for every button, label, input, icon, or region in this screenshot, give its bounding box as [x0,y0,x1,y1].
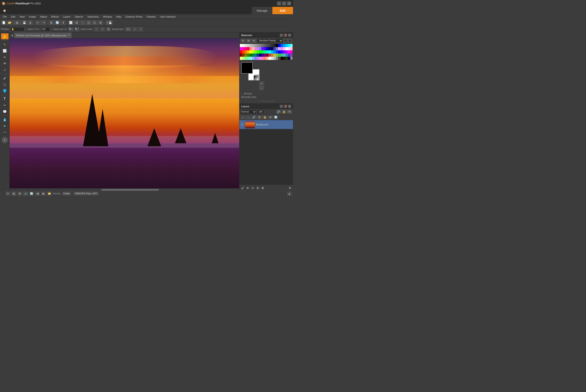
menu-help[interactable]: Help [114,15,123,18]
swatch[interactable] [240,57,242,60]
transform-tool[interactable]: ⤢ [1,67,9,73]
swatch[interactable] [259,44,261,47]
rect-select-tool[interactable]: ⬜ [1,48,9,54]
swatch[interactable] [266,57,268,60]
swatch[interactable] [273,54,275,57]
swatch[interactable] [288,57,290,60]
swatch[interactable] [247,54,249,57]
swatch[interactable] [276,47,278,50]
swatch[interactable] [268,57,271,60]
horizontal-scrollbar[interactable] [10,188,239,191]
swatch[interactable] [249,57,252,60]
swatch[interactable] [249,54,252,57]
sort-folder-button[interactable]: Folder [62,192,71,195]
swatch[interactable] [245,50,247,54]
swatch[interactable] [247,47,249,50]
minimize-button[interactable]: ─ [277,1,281,6]
swatch[interactable] [252,57,254,60]
open-button[interactable]: 📂 [7,20,12,25]
add-tool-button[interactable]: + [2,137,8,143]
org-close-button[interactable]: ✕ [6,192,10,196]
swatch[interactable] [271,57,273,60]
fill-tool[interactable]: 🪣 [1,88,9,94]
swatch[interactable] [249,47,252,50]
add-color-button[interactable]: + [259,86,264,90]
swatch[interactable] [247,50,249,54]
layers-pin-button[interactable]: 📌 [284,105,287,108]
swatch[interactable] [290,44,292,47]
swatch[interactable] [288,54,290,57]
swatch[interactable] [290,54,292,57]
swatch[interactable] [283,54,285,57]
layer-visibility-button[interactable]: 👁 [268,115,273,120]
org-tag-button[interactable]: 🏷 [23,192,28,196]
swatch[interactable] [245,44,247,47]
text-tool[interactable]: T [1,96,9,102]
layers-close-button[interactable]: ✕ [288,105,291,108]
layer-refresh-button[interactable]: 🔄 [273,115,278,120]
dropper-tool[interactable]: 💧 [1,117,9,122]
link-layers-button[interactable]: 🔗 [251,115,256,120]
swatch-cyan[interactable] [268,50,271,54]
swatch[interactable] [283,47,285,50]
swatch[interactable] [252,44,254,47]
swatch[interactable] [257,44,259,47]
swatch[interactable] [257,47,259,50]
swatch[interactable] [276,54,278,57]
materials-pin-button[interactable]: 📌 [284,34,287,37]
swatch[interactable] [266,44,268,47]
swatch[interactable] [273,44,275,47]
undo-button[interactable]: ↩ [35,20,41,25]
swatch[interactable] [245,54,247,57]
swatch-blue[interactable] [278,50,280,54]
swatch[interactable] [283,44,285,47]
swatch[interactable] [245,57,247,60]
layers-more-button[interactable]: ⚙ [287,186,292,190]
swatch[interactable] [252,54,254,57]
swatch[interactable] [273,57,275,60]
swatch[interactable] [276,57,278,60]
swatch[interactable] [281,47,283,50]
menu-edit[interactable]: Edit [9,15,17,18]
swatch[interactable] [264,57,266,60]
view-btn-2[interactable]: ⊞ [74,20,79,25]
swatch[interactable] [273,50,275,54]
swatch[interactable] [264,44,266,47]
swatch[interactable] [266,50,268,54]
menu-palettes[interactable]: Palettes [145,15,158,18]
palette-dropdown[interactable]: Standard Palette [257,39,283,43]
presets-input[interactable] [11,27,25,31]
swatch[interactable] [259,54,261,57]
menu-window[interactable]: Window [101,15,114,18]
swatch[interactable] [257,50,259,54]
org-list-view-button[interactable]: ▤ [12,192,16,196]
swatch[interactable] [264,47,266,50]
print-button[interactable]: 🖨 [28,20,33,25]
swatch[interactable] [257,57,259,60]
swatch[interactable] [285,47,288,50]
canvas-tab-scroll-left[interactable]: ◀ [10,32,14,38]
swatch[interactable] [266,47,268,50]
layers-link-button[interactable]: 🔗 [276,110,281,114]
pan-tool[interactable]: ✋ [1,34,9,39]
save-button[interactable]: 💾 [22,20,27,25]
manage-tab[interactable]: Manage [252,7,272,14]
menu-adjust[interactable]: Adjust [38,15,49,18]
select-tool[interactable]: ↖ [1,42,9,47]
swatch[interactable] [271,54,273,57]
home-button[interactable]: 🏠 [0,7,9,14]
export-btn[interactable]: ↗💾 [105,20,113,25]
smudge-tool[interactable]: 〰 [1,130,9,136]
swatch[interactable] [281,44,283,47]
lock-transparency-button[interactable]: 🔒 [262,115,267,120]
paint-tool[interactable]: 🖌 [1,75,9,81]
canvas-viewport[interactable] [10,38,239,188]
swatch[interactable] [242,54,244,57]
swatch-black[interactable] [276,44,278,47]
swatch[interactable] [281,57,283,60]
h-scroll-thumb[interactable] [101,189,159,191]
swatch-white[interactable] [240,44,242,47]
zoom-fit-v[interactable]: ↕ [138,27,143,31]
swatch[interactable] [266,54,268,57]
swatch[interactable] [252,50,254,54]
